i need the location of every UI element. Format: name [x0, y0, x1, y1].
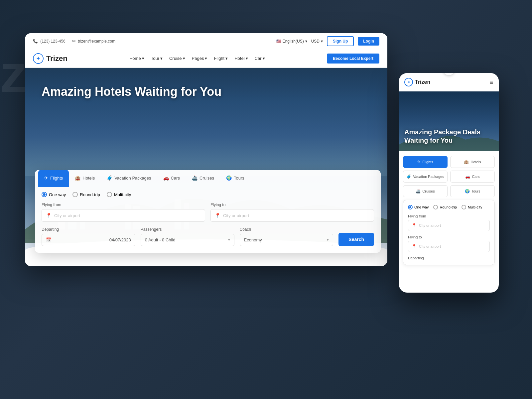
currency-selector[interactable]: USD ▾ [311, 39, 323, 44]
mobile-hero-title: Amazing Package Deals Waiting for You [404, 128, 493, 145]
language-selector[interactable]: 🇺🇸 English(US) ▾ [276, 39, 307, 44]
mobile-topbar: ✦ Trizen ≡ [399, 73, 499, 91]
desktop-logo[interactable]: ✦ Trizen [33, 53, 67, 64]
become-expert-button[interactable]: Become Local Expert [327, 54, 379, 64]
mobile-tab-vacation[interactable]: 🧳 Vacation Packages [403, 171, 448, 183]
mobile-tab-cars[interactable]: 🚗 Cars [450, 171, 495, 183]
m-radio-round-trip-circle [433, 205, 438, 209]
mobile-cars-icon: 🚗 [465, 174, 470, 179]
car-chevron-icon: ▾ [263, 56, 265, 61]
topbar-right: 🇺🇸 English(US) ▾ USD ▾ Sign Up Login [276, 36, 379, 46]
flying-to-group: Flying to 📍 City or airport [210, 202, 374, 222]
m-pin-to-icon: 📍 [412, 244, 417, 249]
mobile-tab-cruises[interactable]: 🚢 Cruises [403, 185, 448, 197]
from-to-row: Flying from 📍 City or airport Flying to … [35, 200, 381, 224]
radio-multi-city-circle [107, 192, 112, 197]
topbar-left: 📞 (123) 123-456 ✉ trizen@example.com [33, 39, 115, 44]
tours-tab-icon: 🌍 [226, 175, 232, 181]
desktop-topbar: 📞 (123) 123-456 ✉ trizen@example.com 🇺🇸 … [25, 33, 387, 49]
login-button[interactable]: Login [358, 37, 379, 46]
nav-links: Home ▾ Tour ▾ Cruise ▾ Pages ▾ Flight ▾ … [129, 56, 265, 61]
mobile-trip-type: One way Round-trip Multi-city [408, 205, 490, 209]
calendar-icon: 📅 [46, 237, 51, 242]
trip-type-row: One way Round-trip Multi-city [35, 187, 381, 200]
mobile-cruises-icon: 🚢 [416, 189, 421, 194]
home-chevron-icon: ▾ [142, 56, 144, 61]
mobile-tab-hotels[interactable]: 🏨 Hotels [450, 156, 495, 168]
hotel-chevron-icon: ▾ [246, 56, 248, 61]
hotels-tab-icon: 🏨 [75, 175, 80, 181]
mobile-tabs: ✈ Flights 🏨 Hotels 🧳 Vacation Packages 🚗… [399, 151, 499, 197]
bottom-row: Departing 📅 04/07/2023 Passengers 0 Adul… [35, 224, 381, 246]
phone-icon: 📞 [33, 39, 38, 44]
coach-group: Coach Economy ▾ [240, 227, 333, 246]
hamburger-button[interactable]: ≡ [489, 78, 493, 86]
nav-pages[interactable]: Pages ▾ [192, 56, 207, 61]
nav-hotel[interactable]: Hotel ▾ [234, 56, 248, 61]
mobile-search-form: One way Round-trip Multi-city Flying fro… [403, 200, 495, 265]
phone-info: 📞 (123) 123-456 [33, 39, 66, 44]
flying-to-input[interactable]: 📍 City or airport [210, 209, 374, 222]
m-radio-round-trip[interactable]: Round-trip [433, 205, 457, 209]
mobile-vacation-icon: 🧳 [406, 174, 411, 179]
nav-flight[interactable]: Flight ▾ [214, 56, 228, 61]
mobile-flying-to-input[interactable]: 📍 City or airport [408, 241, 490, 252]
mobile-mockup: ▾ ✦ Trizen ≡ Amazing Package Deals Waiti… [399, 73, 499, 293]
mobile-tabs-row3: 🚢 Cruises 🌍 Tours [403, 185, 495, 197]
departing-group: Departing 📅 04/07/2023 [42, 227, 135, 246]
departing-picker[interactable]: 📅 04/07/2023 [42, 234, 135, 246]
radio-one-way[interactable]: One way [42, 192, 66, 197]
mobile-tabs-row1: ✈ Flights 🏨 Hotels [403, 156, 495, 168]
pages-chevron-icon: ▾ [205, 56, 207, 61]
mobile-hotels-icon: 🏨 [464, 160, 469, 164]
tab-hotels[interactable]: 🏨 Hotels [69, 170, 101, 187]
flights-tab-icon: ✈ [44, 175, 48, 181]
flying-from-input[interactable]: 📍 City or airport [42, 209, 205, 222]
pin-to-icon: 📍 [215, 213, 220, 218]
mobile-departing-label: Departing [408, 256, 490, 260]
mobile-hero: Amazing Package Deals Waiting for You [399, 91, 499, 151]
search-tabs: ✈ Flights 🏨 Hotels 🧳 Vacation Packages 🚗… [35, 170, 381, 187]
coach-chevron-icon: ▾ [327, 238, 329, 242]
mobile-flights-icon: ✈ [417, 160, 421, 164]
mobile-logo-icon: ✦ [404, 78, 413, 86]
lang-chevron-icon: ▾ [305, 39, 307, 44]
tab-vacation[interactable]: 🧳 Vacation Packages [101, 170, 157, 187]
passengers-selector[interactable]: 0 Adult - 0 Child ▾ [141, 234, 234, 246]
nav-cruise[interactable]: Cruise ▾ [169, 56, 185, 61]
mobile-tabs-row2: 🧳 Vacation Packages 🚗 Cars [403, 171, 495, 183]
mobile-tab-tours[interactable]: 🌍 Tours [450, 185, 495, 197]
vacation-tab-icon: 🧳 [107, 175, 112, 181]
m-radio-one-way-circle [408, 205, 413, 209]
tab-flights[interactable]: ✈ Flights [38, 170, 69, 187]
signup-button[interactable]: Sign Up [327, 36, 354, 46]
logo-icon: ✦ [33, 53, 44, 64]
m-radio-one-way[interactable]: One way [408, 205, 429, 209]
cruises-tab-icon: 🚢 [192, 175, 198, 181]
tab-cars[interactable]: 🚗 Cars [157, 170, 186, 187]
currency-chevron-icon: ▾ [321, 39, 323, 44]
tab-cruises[interactable]: 🚢 Cruises [186, 170, 220, 187]
flying-from-group: Flying from 📍 City or airport [42, 202, 205, 222]
tab-tours[interactable]: 🌍 Tours [220, 170, 250, 187]
passengers-group: Passengers 0 Adult - 0 Child ▾ [141, 227, 234, 246]
m-radio-multi-city[interactable]: Multi-city [462, 205, 482, 209]
radio-round-trip[interactable]: Round-trip [72, 192, 100, 197]
coach-selector[interactable]: Economy ▾ [240, 234, 333, 246]
hero-title: Amazing Hotels Waiting for You [42, 84, 221, 99]
m-pin-from-icon: 📍 [412, 223, 417, 228]
nav-car[interactable]: Car ▾ [255, 56, 265, 61]
mobile-flying-from-input[interactable]: 📍 City or airport [408, 220, 490, 231]
nav-home[interactable]: Home ▾ [129, 56, 144, 61]
mobile-tab-flights[interactable]: ✈ Flights [403, 156, 448, 168]
hamburger-icon: ≡ [489, 78, 493, 86]
nav-tour[interactable]: Tour ▾ [151, 56, 163, 61]
search-button[interactable]: Search [338, 233, 374, 246]
radio-multi-city[interactable]: Multi-city [107, 192, 131, 197]
mobile-logo[interactable]: ✦ Trizen [404, 78, 430, 86]
email-icon: ✉ [72, 39, 75, 44]
cruise-chevron-icon: ▾ [183, 56, 185, 61]
pin-from-icon: 📍 [46, 213, 52, 218]
desktop-hero: Amazing Hotels Waiting for You ✈ Flights… [25, 68, 387, 266]
desktop-nav: ✦ Trizen Home ▾ Tour ▾ Cruise ▾ Pages ▾ … [25, 49, 387, 68]
